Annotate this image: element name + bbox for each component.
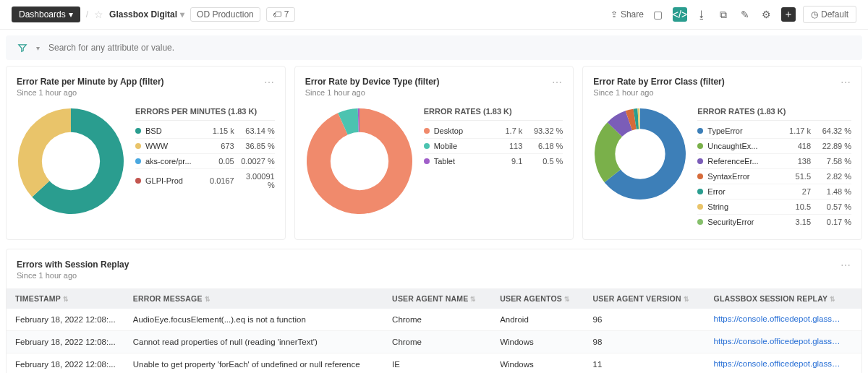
cell-message: AudioEye.focusElement(...).eq is not a f… — [124, 309, 383, 331]
share-icon: ⇪ — [610, 9, 618, 20]
donut-chart[interactable] — [305, 107, 414, 215]
edit-icon[interactable]: ✎ — [738, 7, 752, 22]
filter-bar: ▾ — [6, 35, 862, 60]
copy-icon[interactable]: ⧉ — [716, 7, 731, 22]
code-icon[interactable]: </> — [673, 7, 687, 22]
default-label: Default — [821, 9, 848, 20]
table-row[interactable]: February 18, 2022 12:08:... Unable to ge… — [7, 353, 861, 374]
col-ua-os[interactable]: USER AGENTOS⇅ — [491, 288, 584, 309]
legend-percent: 0.5 % — [527, 157, 563, 166]
dashboard-title-dropdown[interactable]: Glassbox Digital ▾ — [109, 9, 184, 20]
legend: ERROR RATES (1.83 K) Desktop 1.7 k 93.32… — [424, 107, 563, 168]
svg-point-2 — [616, 129, 665, 179]
sort-icon: ⇅ — [564, 296, 570, 303]
add-button[interactable]: ＋ — [781, 7, 796, 22]
cell-ua-os: Android — [491, 309, 584, 331]
legend-name[interactable]: Desktop — [434, 127, 487, 135]
dashboards-label: Dashboards — [19, 9, 66, 20]
cell-timestamp: February 18, 2022 12:08:... — [7, 353, 124, 374]
col-timestamp[interactable]: TIMESTAMP⇅ — [7, 288, 124, 309]
legend-value: 1.17 k — [779, 127, 811, 135]
legend-dot — [424, 143, 430, 149]
legend-value: 9.1 — [490, 157, 522, 166]
tv-icon[interactable]: ▢ — [651, 7, 665, 22]
card-title: Error Rate per Minute by App (filter) — [17, 77, 164, 87]
share-button[interactable]: ⇪ Share — [610, 9, 644, 20]
time-range-button[interactable]: ◷ Default — [803, 6, 856, 23]
replay-link[interactable]: https://console.officedepot.glassboxd — [714, 359, 844, 368]
legend-percent: 36.85 % — [239, 142, 275, 150]
sort-icon: ⇅ — [63, 296, 69, 303]
legend-name[interactable]: Error — [707, 187, 775, 196]
table-row[interactable]: February 18, 2022 12:08:... Cannot read … — [7, 331, 861, 353]
legend-row: SecurityError 3.15 0.17 % — [697, 215, 851, 229]
legend-name[interactable]: UncaughtEx... — [707, 142, 775, 150]
card-menu-icon[interactable]: ⋯ — [841, 260, 851, 271]
star-icon[interactable]: ☆ — [94, 9, 103, 20]
svg-point-0 — [42, 132, 100, 190]
filter-icon[interactable] — [17, 43, 27, 53]
filter-input[interactable] — [48, 43, 851, 53]
col-message[interactable]: ERROR MESSAGE⇅ — [124, 288, 383, 309]
breadcrumb-separator: / — [86, 9, 88, 20]
legend: ERRORS PER MINUTES (1.83 K) BSD 1.15 k 6… — [135, 107, 275, 192]
download-icon[interactable]: ⭳ — [694, 7, 709, 22]
col-ua-ver[interactable]: USER AGENT VERSION⇅ — [584, 288, 705, 309]
col-replay[interactable]: GLASSBOX SESSION REPLAY⇅ — [705, 288, 861, 309]
legend-name[interactable]: Tablet — [434, 157, 487, 166]
cell-ua-ver: 11 — [584, 353, 705, 374]
legend-percent: 63.14 % — [239, 127, 275, 135]
legend-value: 113 — [490, 142, 522, 150]
sort-icon: ⇅ — [830, 296, 835, 303]
dashboard-title: Glassbox Digital — [109, 9, 177, 20]
legend-name[interactable]: SecurityError — [707, 218, 775, 226]
table-subtitle: Since 1 hour ago — [17, 271, 129, 280]
cell-ua-name: Chrome — [383, 331, 491, 353]
legend-percent: 0.57 % — [815, 202, 851, 211]
legend-percent: 2.82 % — [815, 172, 851, 181]
errors-table-card: Errors with Session Replay Since 1 hour … — [6, 249, 862, 373]
legend-name[interactable]: ReferenceEr... — [707, 157, 775, 166]
legend-row: BSD 1.15 k 63.14 % — [135, 124, 275, 139]
legend-name[interactable]: BSD — [145, 127, 198, 135]
legend-name[interactable]: TypeError — [707, 127, 775, 135]
sort-icon: ⇅ — [684, 296, 689, 303]
legend-dot — [135, 158, 141, 164]
cell-ua-name: Chrome — [383, 309, 491, 331]
chevron-down-icon[interactable]: ▾ — [36, 44, 40, 52]
legend-name[interactable]: String — [707, 202, 775, 211]
card-menu-icon[interactable]: ⋯ — [841, 77, 851, 88]
legend-value: 418 — [779, 142, 811, 150]
legend-name[interactable]: SyntaxError — [707, 172, 775, 181]
legend-value: 10.5 — [779, 202, 811, 211]
legend-name[interactable]: aks-core/pr... — [145, 157, 198, 166]
replay-link[interactable]: https://console.officedepot.glassboxd — [714, 337, 844, 346]
cell-ua-ver: 98 — [584, 331, 705, 353]
topbar-right: ⇪ Share ▢ </> ⭳ ⧉ ✎ ⚙ ＋ ◷ Default — [610, 6, 856, 23]
legend-dot — [697, 173, 703, 179]
environment-selector[interactable]: OD Production — [190, 7, 260, 22]
legend-row: Tablet 9.1 0.5 % — [424, 154, 563, 168]
legend-dot — [697, 128, 703, 134]
cell-replay: https://console.officedepot.glassboxd — [705, 309, 861, 331]
card-subtitle: Since 1 hour ago — [593, 88, 724, 97]
replay-link[interactable]: https://console.officedepot.glassboxd — [714, 314, 844, 323]
tag-count: 7 — [284, 9, 289, 20]
col-ua-name[interactable]: USER AGENT NAME⇅ — [383, 288, 491, 309]
tags-pill[interactable]: 🏷 7 — [266, 7, 296, 22]
card-menu-icon[interactable]: ⋯ — [264, 77, 275, 88]
legend-name[interactable]: Mobile — [434, 142, 487, 150]
cell-ua-ver: 96 — [584, 309, 705, 331]
table-row[interactable]: February 18, 2022 12:08:... AudioEye.foc… — [7, 309, 861, 331]
cell-message: Cannot read properties of null (reading … — [124, 331, 383, 353]
card-menu-icon[interactable]: ⋯ — [552, 77, 563, 88]
dashboards-dropdown[interactable]: Dashboards ▾ — [12, 7, 80, 22]
legend-name[interactable]: GLPI-Prod — [145, 176, 198, 185]
legend-header: ERRORS PER MINUTES (1.83 K) — [135, 107, 275, 121]
donut-chart[interactable] — [593, 107, 687, 201]
cell-replay: https://console.officedepot.glassboxd — [705, 331, 861, 353]
donut-chart[interactable] — [17, 107, 125, 215]
legend-name[interactable]: WWW — [145, 142, 198, 150]
cards-row: Error Rate per Minute by App (filter) Si… — [0, 66, 868, 240]
gear-icon[interactable]: ⚙ — [760, 7, 774, 22]
